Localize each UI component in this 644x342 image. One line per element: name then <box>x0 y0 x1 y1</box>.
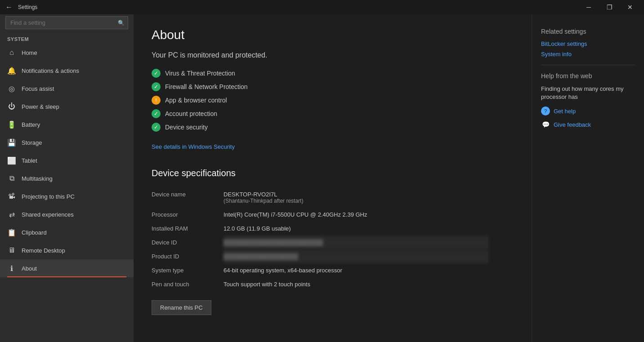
firewall-status-icon: ✓ <box>152 82 161 91</box>
sidebar-item-storage[interactable]: 💾 Storage <box>0 133 134 151</box>
get-help-item[interactable]: ? Get help <box>541 107 635 115</box>
app-browser-status-icon: ! <box>152 96 161 105</box>
give-feedback-label: Give feedback <box>554 121 591 128</box>
bitlocker-link[interactable]: BitLocker settings <box>541 40 635 47</box>
sidebar-item-label: Home <box>22 49 37 56</box>
protection-item-device-security: ✓ Device security <box>152 120 514 134</box>
sidebar-item-about[interactable]: ℹ About <box>0 259 134 277</box>
device-specs-title: Device specifications <box>152 168 514 178</box>
spec-value: ██████████████████ <box>224 249 489 263</box>
about-icon: ℹ <box>7 264 16 273</box>
virus-label: Virus & Threat Protection <box>165 70 235 77</box>
sidebar-item-projecting[interactable]: 📽 Projecting to this PC <box>0 187 134 205</box>
sidebar-item-notifications[interactable]: 🔔 Notifications & actions <box>0 62 134 80</box>
help-text: Finding out how many cores my processor … <box>541 85 635 101</box>
table-row: Pen and touch Touch support with 2 touch… <box>152 277 489 291</box>
protection-item-firewall: ✓ Firewall & Network Protection <box>152 80 514 93</box>
sidebar-item-label: Remote Desktop <box>22 247 65 254</box>
clipboard-icon: 📋 <box>7 228 16 237</box>
app-body: 🔍 System ⌂ Home 🔔 Notifications & action… <box>0 14 644 342</box>
table-row: Device name DESKTOP-RVO2I7L (Shantanu-Th… <box>152 187 489 208</box>
shared-experiences-icon: ⇄ <box>7 210 16 219</box>
sidebar-item-label: Clipboard <box>22 229 47 236</box>
rename-pc-button[interactable]: Rename this PC <box>152 300 211 315</box>
sidebar-item-tablet[interactable]: ⬜ Tablet <box>0 151 134 169</box>
protection-list: ✓ Virus & Threat Protection ✓ Firewall &… <box>152 67 514 134</box>
restore-button[interactable]: ❐ <box>599 0 620 14</box>
sidebar-item-label: About <box>22 265 37 272</box>
firewall-label: Firewall & Network Protection <box>165 83 248 90</box>
sidebar-item-label: Power & sleep <box>22 103 59 110</box>
back-icon[interactable]: ← <box>4 3 14 11</box>
device-security-label: Device security <box>165 124 208 131</box>
divider <box>541 65 635 65</box>
get-help-label: Get help <box>554 108 576 115</box>
sidebar-item-label: Projecting to this PC <box>22 193 75 200</box>
page-title: About <box>152 28 514 42</box>
device-security-status-icon: ✓ <box>152 123 161 132</box>
sidebar-section-label: System <box>0 33 134 44</box>
search-input[interactable] <box>5 16 128 29</box>
account-status-icon: ✓ <box>152 109 161 118</box>
battery-icon: 🔋 <box>7 120 16 129</box>
spec-value: 12.0 GB (11.9 GB usable) <box>224 222 489 235</box>
spec-label: System type <box>152 263 224 277</box>
sidebar-search-container: 🔍 <box>5 16 128 29</box>
projecting-icon: 📽 <box>7 192 16 201</box>
sidebar-item-home[interactable]: ⌂ Home <box>0 44 134 62</box>
spec-label: Device name <box>152 187 224 208</box>
titlebar: ← Settings ─ ❐ ✕ <box>0 0 644 14</box>
give-feedback-item[interactable]: 💬 Give feedback <box>541 120 635 129</box>
spec-value: DESKTOP-RVO2I7L (Shantanu-Thinkpad after… <box>224 187 489 208</box>
spec-label: Processor <box>152 208 224 222</box>
notifications-icon: 🔔 <box>7 66 16 75</box>
sidebar-item-remote-desktop[interactable]: 🖥 Remote Desktop <box>0 241 134 259</box>
close-button[interactable]: ✕ <box>620 0 640 14</box>
spec-value: Touch support with 2 touch points <box>224 277 489 291</box>
sidebar-item-label: Focus assist <box>22 85 54 92</box>
sidebar-item-power-sleep[interactable]: ⏻ Power & sleep <box>0 98 134 115</box>
sidebar-item-multitasking[interactable]: ⧉ Multitasking <box>0 169 134 187</box>
spec-value: Intel(R) Core(TM) i7-5500U CPU @ 2.40GHz… <box>224 208 489 222</box>
search-icon: 🔍 <box>118 20 125 26</box>
sidebar-item-label: Multitasking <box>22 175 53 182</box>
sidebar-item-label: Notifications & actions <box>22 67 79 74</box>
power-sleep-icon: ⏻ <box>7 102 16 111</box>
virus-status-icon: ✓ <box>152 69 161 78</box>
multitasking-icon: ⧉ <box>7 174 16 183</box>
titlebar-controls: ─ ❐ ✕ <box>578 0 640 14</box>
sidebar-item-shared-experiences[interactable]: ⇄ Shared experiences <box>0 205 134 223</box>
spec-value: 64-bit operating system, x64-based proce… <box>224 263 489 277</box>
titlebar-title: Settings <box>18 4 37 10</box>
sidebar-item-label: Tablet <box>22 157 37 164</box>
main-content: About Your PC is monitored and protected… <box>134 14 532 342</box>
sidebar-item-label: Battery <box>22 121 40 128</box>
remote-desktop-icon: 🖥 <box>7 246 16 255</box>
specs-table: Device name DESKTOP-RVO2I7L (Shantanu-Th… <box>152 187 489 291</box>
spec-label: Installed RAM <box>152 222 224 235</box>
protection-item-app-browser: ! App & browser control <box>152 93 514 107</box>
table-row: Installed RAM 12.0 GB (11.9 GB usable) <box>152 222 489 235</box>
related-settings-title: Related settings <box>541 28 635 35</box>
sidebar: 🔍 System ⌂ Home 🔔 Notifications & action… <box>0 14 134 342</box>
spec-label: Device ID <box>152 235 224 249</box>
table-row: Device ID ████████████████████████ <box>152 235 489 249</box>
table-row: Product ID ██████████████████ <box>152 249 489 263</box>
focus-assist-icon: ◎ <box>7 84 16 93</box>
table-row: Processor Intel(R) Core(TM) i7-5500U CPU… <box>152 208 489 222</box>
protection-item-account: ✓ Account protection <box>152 107 514 120</box>
minimize-button[interactable]: ─ <box>578 0 599 14</box>
system-info-link[interactable]: System info <box>541 51 635 58</box>
sidebar-item-label: Storage <box>22 139 42 146</box>
table-row: System type 64-bit operating system, x64… <box>152 263 489 277</box>
see-details-link[interactable]: See details in Windows Security <box>152 143 235 150</box>
sidebar-item-label: Shared experiences <box>22 211 74 218</box>
storage-icon: 💾 <box>7 138 16 147</box>
give-feedback-icon: 💬 <box>541 120 550 129</box>
spec-value: ████████████████████████ <box>224 235 489 249</box>
right-panel: Related settings BitLocker settings Syst… <box>532 14 644 342</box>
app-browser-label: App & browser control <box>165 97 227 104</box>
sidebar-item-battery[interactable]: 🔋 Battery <box>0 115 134 133</box>
sidebar-item-clipboard[interactable]: 📋 Clipboard <box>0 223 134 241</box>
sidebar-item-focus-assist[interactable]: ◎ Focus assist <box>0 80 134 98</box>
